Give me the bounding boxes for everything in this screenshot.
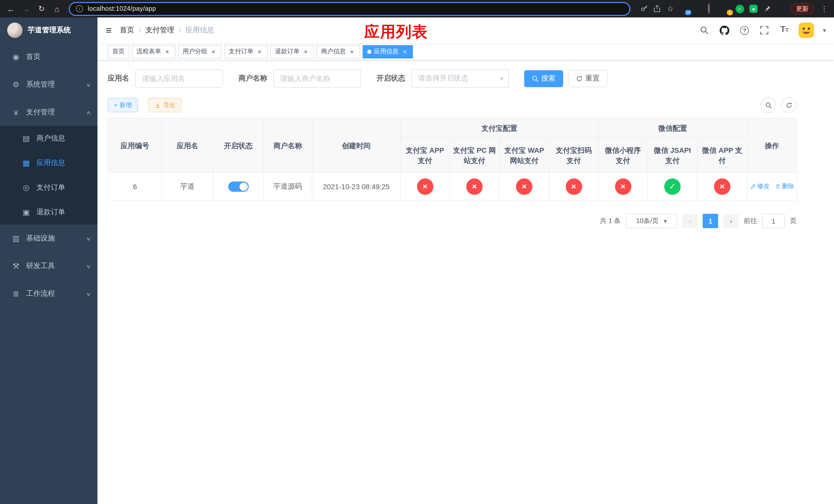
extension-grid-icon[interactable]: 10 [680, 4, 689, 13]
search-button[interactable]: 搜索 [524, 70, 563, 87]
grid-icon: ▦ [21, 158, 32, 168]
breadcrumb-current: 应用信息 [185, 26, 214, 35]
browser-menu-icon[interactable]: ⋮ [819, 5, 830, 13]
breadcrumb-home[interactable]: 首页 [120, 26, 134, 35]
cell-status [213, 173, 263, 200]
sidebar-logo[interactable]: 芋道管理系统 [0, 18, 97, 43]
breadcrumb-payment[interactable]: 支付管理 [146, 26, 174, 35]
font-size-icon[interactable]: TT [779, 25, 790, 36]
tab-process-form[interactable]: 流程表单 × [132, 45, 175, 58]
cell-created: 2021-10-23 08:49:25 [312, 173, 400, 200]
status-select[interactable]: 请选择开启状态 ▾ [411, 69, 509, 88]
toggle-search-button[interactable] [761, 97, 776, 113]
gear-icon: ⚙ [10, 80, 22, 89]
close-icon[interactable]: × [348, 48, 355, 55]
prev-page-button[interactable]: ‹ [682, 214, 698, 228]
reset-button[interactable]: 重置 [568, 70, 607, 87]
delete-button-label: 删除 [782, 182, 794, 191]
site-info-icon[interactable]: i [76, 5, 83, 12]
filter-app-name: 应用名 [108, 69, 223, 88]
goto-label: 前往 [744, 216, 757, 226]
status-toggle[interactable] [228, 181, 248, 191]
delete-button[interactable]: 删除 [775, 182, 794, 191]
next-page-button[interactable]: › [723, 214, 739, 228]
share-icon[interactable] [653, 5, 661, 13]
user-avatar[interactable] [799, 23, 814, 38]
help-icon[interactable]: ? [739, 25, 750, 36]
sidebar-item-system[interactable]: ⚙ 系统管理 ∨ [0, 71, 97, 98]
browser-forward-button[interactable]: → [20, 2, 33, 15]
main-area: ≡ 首页 / 支付管理 / 应用信息 应用列表 ? [97, 18, 834, 504]
close-icon[interactable]: × [163, 48, 171, 55]
tab-refund-order[interactable]: 退款订单 × [270, 45, 314, 58]
close-icon[interactable]: × [210, 48, 217, 55]
browser-actions: ☆ 10 1 ✓ ● 更新 ⋮ [640, 2, 830, 15]
active-dot [367, 49, 371, 53]
password-key-icon[interactable] [640, 5, 648, 13]
tab-pay-order[interactable]: 支付订单 × [224, 45, 268, 58]
sidebar-toggle-icon[interactable]: ≡ [106, 25, 112, 36]
chevron-down-icon: ▾ [664, 217, 667, 224]
sidebar-item-infrastructure[interactable]: ▥ 基础设施 ∨ [0, 225, 97, 252]
tab-label: 应用信息 [374, 47, 398, 56]
reset-button-label: 重置 [585, 74, 599, 83]
extension-drop-icon[interactable] [694, 4, 703, 13]
browser-update-button[interactable]: 更新 [790, 3, 814, 14]
extension-dark-icon[interactable] [707, 4, 717, 13]
add-button[interactable]: + 新增 [108, 98, 138, 112]
col-app-id: 应用编号 [108, 118, 162, 173]
extension-avatar-icon[interactable]: 1 [721, 4, 730, 13]
extension-check-icon[interactable]: ✓ [735, 4, 744, 13]
extension-profile-icon[interactable] [776, 4, 786, 13]
address-bar[interactable]: i localhost:1024/pay/app [69, 2, 630, 16]
close-icon[interactable]: × [401, 48, 408, 55]
search-icon[interactable] [699, 25, 710, 36]
close-icon[interactable]: × [256, 48, 263, 55]
app-name-label: 应用名 [108, 74, 129, 83]
breadcrumb-separator: / [139, 26, 141, 35]
sidebar-item-refund-order[interactable]: ▣ 退款订单 [0, 200, 97, 225]
fullscreen-icon[interactable] [759, 25, 770, 36]
page-content: 应用名 商户名称 开启状态 请选择开启状态 ▾ 搜索 [97, 61, 834, 504]
extension-pin-icon[interactable] [763, 4, 772, 13]
tab-home[interactable]: 首页 [108, 45, 129, 58]
browser-back-button[interactable]: ← [4, 2, 18, 15]
sidebar-item-workflow[interactable]: ≣ 工作流程 ∨ [0, 280, 97, 307]
add-button-label: 新增 [119, 101, 132, 110]
sidebar-item-app-info[interactable]: ▦ 应用信息 [0, 151, 97, 175]
app-name-input[interactable] [135, 69, 223, 88]
page-size-select[interactable]: 10条/页 ▾ [626, 214, 677, 228]
export-button[interactable]: 导出 [148, 98, 181, 112]
page-1-button[interactable]: 1 [703, 214, 718, 228]
sidebar-item-merchant-info[interactable]: ▤ 商户信息 [0, 126, 97, 151]
menu-label: 首页 [26, 52, 41, 62]
edit-button[interactable]: 修改 [750, 182, 769, 191]
chevron-up-icon: ∧ [86, 110, 91, 115]
sidebar-item-home[interactable]: ◉ 首页 [0, 43, 97, 71]
page-size-value: 10条/页 [636, 216, 659, 226]
refresh-table-button[interactable] [781, 97, 796, 113]
sidebar-item-dev-tools[interactable]: ⚒ 研发工具 ∨ [0, 252, 97, 280]
extension-chat-icon[interactable]: ● [749, 4, 758, 13]
breadcrumb: 首页 / 支付管理 / 应用信息 [120, 26, 214, 35]
bookmark-star-icon[interactable]: ☆ [666, 2, 675, 15]
github-icon[interactable] [719, 25, 730, 36]
browser-reload-button[interactable]: ↻ [35, 2, 48, 15]
col-actions: 操作 [747, 118, 797, 173]
alipay-wap-pay-cross-icon: × [516, 178, 532, 194]
search-button-label: 搜索 [541, 74, 555, 83]
tab-label: 流程表单 [136, 47, 161, 56]
breadcrumb-separator: / [179, 26, 181, 35]
caret-down-icon[interactable]: ▾ [823, 27, 826, 33]
refresh-icon [786, 102, 792, 109]
tab-merchant-info[interactable]: 商户信息 × [316, 45, 360, 58]
tab-app-info[interactable]: 应用信息 × [363, 45, 413, 58]
browser-home-button[interactable]: ⌂ [50, 2, 64, 15]
sidebar-item-pay-order[interactable]: ◎ 支付订单 [0, 175, 97, 200]
merchant-name-input[interactable] [273, 69, 361, 88]
tab-user-group[interactable]: 用户分组 × [178, 45, 222, 58]
menu-label: 工作流程 [26, 289, 55, 298]
close-icon[interactable]: × [302, 48, 309, 55]
sidebar-item-payment[interactable]: ¥ 支付管理 ∧ [0, 98, 97, 126]
goto-page-input[interactable] [762, 214, 785, 228]
